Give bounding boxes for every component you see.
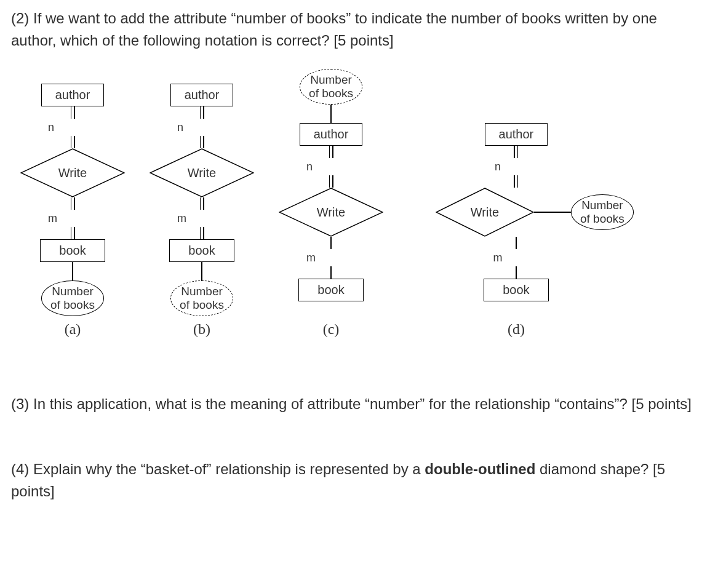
cardinality-m: m: [48, 212, 57, 224]
double-line: [329, 146, 333, 158]
diagram-options-row: author n Write m book Number of books (a…: [11, 69, 699, 338]
double-line: [200, 136, 204, 148]
relationship-write: Write: [436, 188, 534, 237]
connector-line: [516, 237, 517, 249]
q4-prefix: (4) Explain why the “basket-of” relation…: [11, 461, 425, 477]
option-c: Number of books author n Write m book (c…: [269, 69, 393, 338]
double-line: [200, 106, 204, 119]
connector-line: [201, 262, 202, 280]
attr-line1: Number: [181, 285, 223, 298]
entity-author: author: [300, 123, 363, 146]
option-label-b: (b): [193, 321, 210, 338]
cardinality-n: n: [495, 161, 501, 173]
question-4-text: (4) Explain why the “basket-of” relation…: [11, 458, 699, 503]
attr-line1: Number: [581, 199, 623, 212]
double-line: [71, 136, 75, 148]
attr-line2: of books: [580, 212, 624, 225]
connector-line: [330, 266, 332, 279]
cardinality-n: n: [177, 121, 183, 133]
relationship-label: Write: [20, 148, 125, 197]
double-line: [71, 197, 75, 210]
derived-attribute-number-of-books: Number of books: [300, 69, 362, 105]
attribute-number-of-books: Number of books: [41, 280, 104, 316]
entity-book: book: [169, 239, 234, 262]
attr-line2: of books: [50, 298, 95, 311]
relationship-write: Write: [279, 188, 383, 237]
double-line: [514, 175, 518, 188]
cardinality-m: m: [177, 212, 186, 224]
question-2-text: (2) If we want to add the attribute “num…: [11, 7, 699, 52]
option-label-d: (d): [508, 321, 525, 338]
derived-attribute-number-of-books: Number of books: [170, 280, 233, 316]
connector-line: [72, 262, 73, 280]
double-line: [329, 175, 333, 188]
cardinality-n: n: [306, 161, 313, 173]
attr-line2: of books: [309, 87, 353, 100]
double-line: [71, 227, 75, 239]
entity-author: author: [41, 84, 105, 106]
option-label-c: (c): [323, 321, 340, 338]
connector-line: [330, 237, 332, 249]
double-line: [200, 227, 204, 239]
option-label-a: (a): [65, 321, 81, 338]
cardinality-m: m: [306, 252, 316, 264]
cardinality-m: m: [493, 252, 502, 264]
relationship-write: Write: [150, 148, 254, 197]
option-a: author n Write m book Number of books (a…: [11, 84, 134, 338]
double-line: [71, 106, 75, 119]
q4-bold: double-outlined: [425, 461, 535, 477]
relationship-label: Write: [279, 188, 383, 237]
attr-line1: Number: [310, 73, 352, 86]
entity-author: author: [485, 123, 548, 146]
cardinality-n: n: [48, 121, 54, 133]
attr-line2: of books: [180, 298, 224, 311]
relationship-write: Write: [20, 148, 125, 197]
option-d: author n Write Number of books m: [399, 69, 634, 338]
connector-line: [330, 105, 332, 123]
double-line: [514, 146, 518, 158]
attr-line1: Number: [52, 285, 94, 298]
connector-line: [534, 212, 571, 213]
double-line: [200, 197, 204, 210]
relationship-label: Write: [436, 188, 534, 237]
connector-line: [516, 266, 517, 279]
question-3-text: (3) In this application, what is the mea…: [11, 393, 699, 415]
entity-book: book: [484, 279, 548, 301]
entity-author: author: [170, 84, 234, 106]
attribute-number-of-books: Number of books: [571, 194, 634, 230]
relationship-label: Write: [150, 148, 254, 197]
entity-book: book: [298, 279, 363, 301]
option-b: author n Write m book Number of books (b…: [140, 84, 263, 338]
entity-book: book: [40, 239, 105, 262]
